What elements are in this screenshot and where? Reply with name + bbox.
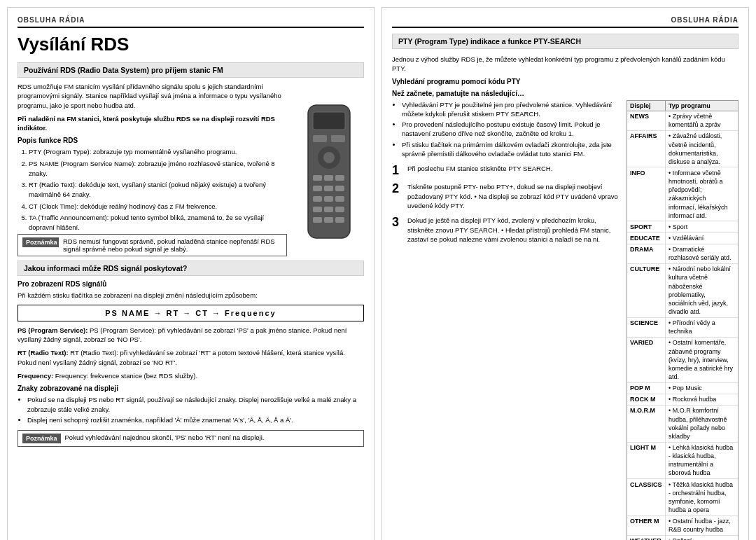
table-row: LIGHT M • Lehká klasická hudba - klasick… [627,443,738,480]
table-header: Displej Typ programu [627,101,738,111]
section1-title: Používání RDS (Radio Data System) pro př… [18,62,364,78]
svg-rect-2 [313,135,327,142]
numbered-list: PTY (Program Type): zobrazuje typ moment… [29,147,287,233]
list-item: PTY (Program Type): zobrazuje typ moment… [29,147,287,157]
formula: PS NAME → RT → CT → Frequency [18,305,364,321]
table-container: Displej Typ programu NEWS • Zprávy včetn… [626,100,738,540]
table-row: CULTURE • Národní nebo lokální kultura v… [627,264,738,318]
svg-rect-9 [313,186,322,191]
before-start-list: Vyhledávání PTY je použitelné jen pro př… [402,100,621,159]
note1-box: Poznámka RDS nemusí fungovat správně, po… [18,234,287,256]
svg-rect-7 [324,175,333,181]
svg-rect-10 [324,186,333,191]
table-row: VARIED • Ostatní komentáře, zábavné prog… [627,338,738,383]
svg-rect-1 [313,112,345,130]
highlight-text: Při naladění na FM stanici, která poskyt… [18,114,287,133]
step-1-number: 1 [392,164,403,176]
left-page: OBSLUHA RÁDIA Vysílání RDS Používání RDS… [7,7,374,540]
step-3-number: 3 [392,216,403,244]
table-row: SPORT • Sport [627,221,738,233]
svg-rect-8 [335,175,344,181]
page-title: Vysílání RDS [18,34,364,55]
svg-rect-3 [331,135,345,142]
step-1-text: Při poslechu FM stanice stiskněte PTY SE… [407,164,552,176]
svg-rect-20 [335,217,344,223]
table-row: EDUCATE • Vzdělávání [627,233,738,244]
step-2-text: Tiskněte postupně PTY- nebo PTY+, dokud … [407,182,621,210]
ps-text: PS (Program Service): PS (Program Servic… [18,326,364,345]
before-item: Při stisku tlačítek na primárním dálkové… [402,140,621,159]
right-header: OBSLUHA RÁDIA [392,16,738,28]
table-row: M.O.R.M • M.O.R komfortní hudba, přiléha… [627,406,738,443]
svg-rect-13 [324,196,333,202]
svg-rect-16 [324,207,333,212]
before-item: Vyhledávání PTY je použitelné jen pro př… [402,100,621,119]
note2-text: Pokud vyhledávání najednou skončí, 'PS' … [65,434,265,441]
svg-rect-15 [313,207,322,212]
step-2: 2 Tiskněte postupně PTY- nebo PTY+, doku… [392,182,621,210]
table-row: WEATHER • Počasí [627,536,738,540]
remote-svg [298,102,360,242]
znaky-list: Pokud se na displeji PS nebo RT signál, … [27,395,364,424]
note2-label: Poznámka [22,434,61,443]
svg-rect-17 [335,207,344,212]
section2-title: Jakou informaci může RDS signál poskytov… [18,261,364,276]
znaky-item: Displej není schopný rozlišit znaménka, … [27,415,364,424]
table-row: CLASSICS • Těžká klasická hudba - orches… [627,479,738,516]
freq-text: Frequency: Frequency: frekvence stanice … [18,371,364,380]
right-intro: Jednou z výhod služby RDS je, že můžete … [392,55,738,74]
list-item: RT (Radio Text): dekóduje text, vysílaný… [29,180,287,200]
table-row: SCIENCE • Přírodní vědy a technika [627,318,738,338]
svg-rect-6 [313,175,322,181]
list-item: TA (Traffic Announcement): pokud tento s… [29,213,287,233]
list-item: CT (Clock Time): dekóduje reálný hodinov… [29,202,287,212]
left-header: OBSLUHA RÁDIA [18,16,364,28]
step-3: 3 Dokud je ještě na displeji PTY kód, zv… [392,216,621,244]
popis-title: Popis funkce RDS [18,137,287,144]
table-row: NEWS • Zprávy včetně komentářů a zpráv [627,111,738,131]
table-row: POP M • Pop Music [627,383,738,394]
note1-text: RDS nemusí fungovat správně, pokud nalad… [63,237,282,253]
col-header-display: Displej [627,101,666,111]
step-1: 1 Při poslechu FM stanice stiskněte PTY … [392,164,621,176]
pro-zobrazeni-text: Při každém stisku tlačítka se zobrazení … [18,291,364,300]
rt-text: RT (Radio Text): RT (Radio Text): při vy… [18,348,364,367]
znaky-title: Znaky zobrazované na displeji [18,385,364,392]
svg-rect-14 [335,196,344,202]
znaky-item: Pokud se na displeji PS nebo RT signál, … [27,395,364,414]
svg-point-5 [323,152,335,163]
note2-box: Poznámka Pokud vyhledávání najednou skon… [18,430,364,447]
pty-section-title: PTY (Program Type) indikace a funkce PTY… [392,34,738,49]
right-page: OBSLUHA RÁDIA PTY (Program Type) indikac… [382,7,749,540]
intro-text: RDS umožňuje FM stanicím vysílání přídav… [18,82,287,110]
table-row: ROCK M • Rocková hudba [627,394,738,406]
table-row: DRAMA • Dramatické rozhlasové seriály at… [627,244,738,264]
step-3-text: Dokud je ještě na displeji PTY kód, zvol… [407,216,621,244]
remote-image-area [294,82,364,261]
col-header-type: Typ programu [666,101,738,111]
svg-rect-12 [313,196,322,202]
note1-label: Poznámka [22,237,59,247]
table-row: OTHER M • Ostatní hudba - jazz, R&B coun… [627,516,738,536]
search-title: Vyhledání programu pomocí kódu PTY [392,78,738,85]
table-row: INFO • Informace včetně hmotností, obrát… [627,167,738,221]
before-item: Pro provedení následujícího postupu exis… [402,120,621,139]
list-item: PS NAME (Program Service Name): zobrazuj… [29,159,287,179]
pro-zobrazeni-title: Pro zobrazení RDS signálů [18,280,364,288]
svg-rect-11 [335,186,344,191]
step-2-number: 2 [392,182,403,210]
svg-rect-19 [324,217,333,223]
svg-rect-18 [313,217,322,223]
table-row: AFFAIRS • Závažné události, včetně incid… [627,131,738,168]
before-start-title: Než začnete, pamatujte na následující… [392,90,738,97]
